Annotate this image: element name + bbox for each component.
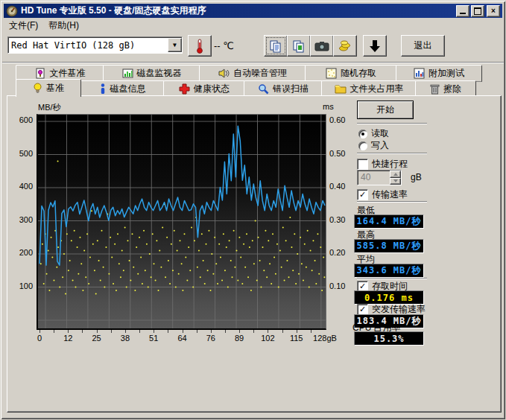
x-axis-tick (111, 330, 112, 333)
axis-tick-label: 0.20 (329, 248, 345, 257)
close-button[interactable]: × (487, 5, 500, 17)
axis-tick-label: 12 (63, 334, 72, 343)
chevron-down-icon[interactable]: ▼ (168, 38, 182, 52)
x-axis-tick (183, 330, 183, 333)
minimize-button[interactable] (456, 5, 469, 17)
tab-aam[interactable]: 自动噪音管理 (199, 65, 306, 82)
x-axis-tick (225, 330, 226, 333)
health-cross-icon (179, 83, 190, 95)
menu-file[interactable]: 文件(F) (4, 18, 43, 34)
tab-erase[interactable]: 擦除 (415, 80, 476, 97)
min-value: 164.4 MB/秒 (356, 215, 421, 228)
x-axis-tick (82, 330, 83, 333)
transfer-rate-row[interactable]: ✓ 传输速率 (357, 188, 408, 201)
axis-tick-label: 76 (206, 334, 215, 343)
stepper-down-icon[interactable] (390, 178, 401, 185)
tab-label: 文件基准 (50, 67, 86, 80)
tab-label: 擦除 (443, 83, 461, 95)
axis-tick-label: 89 (235, 334, 244, 343)
file-benchmark-icon (35, 68, 46, 79)
tab-disk-monitor[interactable]: 磁盘监视器 (103, 65, 200, 82)
app-window: HD Tune 专业版 5.50 - 硬盘/固态硬盘实用程序 × 文件(F) 帮… (0, 0, 506, 420)
x-axis-tick (39, 330, 40, 333)
quick-stroke-checkbox[interactable] (357, 159, 368, 170)
x-axis-tick (211, 330, 212, 333)
axis-tick-label: 0 (37, 334, 42, 343)
write-radio[interactable] (358, 141, 367, 150)
app-icon (6, 5, 18, 17)
read-radio[interactable] (358, 130, 367, 139)
x-axis-tick (311, 330, 311, 333)
read-radio-row[interactable]: 读取 (358, 127, 389, 140)
read-label: 读取 (371, 127, 389, 140)
transfer-rate-checkbox[interactable]: ✓ (357, 189, 368, 200)
capacity-stepper[interactable]: 40 (357, 170, 402, 185)
x-axis-tick (282, 330, 283, 333)
drive-select-value: Red Hat VirtIO (128 gB) (8, 40, 168, 51)
title-bar[interactable]: HD Tune 专业版 5.50 - 硬盘/固态硬盘实用程序 × (4, 4, 502, 18)
menu-help[interactable]: 帮助(H) (43, 18, 84, 34)
x-axis-tick (239, 330, 240, 333)
x-axis-tick (168, 330, 168, 333)
quick-stroke-row[interactable]: 快捷行程 (357, 158, 408, 171)
maximize-button[interactable] (471, 5, 484, 17)
transfer-rate-label: 传输速率 (372, 188, 408, 201)
start-label: 开始 (376, 104, 394, 116)
screenshot-button[interactable] (310, 35, 334, 57)
stepper-up-icon[interactable] (390, 171, 401, 178)
axis-tick-label: 25 (92, 334, 101, 343)
temperature-readout: -- ℃ (214, 40, 234, 51)
aam-speaker-icon (218, 68, 230, 79)
max-value: 585.8 MB/秒 (356, 240, 421, 252)
tab-benchmark[interactable]: 基准 (16, 79, 81, 97)
start-button[interactable]: 开始 (357, 101, 414, 119)
avg-value-display: 343.6 MB/秒 (354, 264, 424, 278)
x-axis-tick (125, 330, 126, 333)
exit-button[interactable]: 退出 (401, 35, 445, 57)
tab-label: 基准 (46, 82, 64, 95)
avg-value: 343.6 MB/秒 (356, 264, 421, 277)
tab-label: 自动噪音管理 (233, 67, 287, 80)
separator (357, 201, 427, 203)
tab-health[interactable]: 健康状态 (163, 80, 245, 97)
right-axis-unit: ms (323, 102, 334, 111)
benchmark-chart-plot (37, 114, 326, 330)
copy-image-button[interactable] (287, 35, 311, 57)
benchmark-page: MB/秒 ms 开始 读取 写入 快捷行程 40 (7, 95, 502, 413)
burst-rate-checkbox[interactable]: ✓ (357, 304, 368, 315)
capacity-value: 40 (358, 171, 390, 185)
chart-canvas (38, 115, 326, 328)
tab-random-access[interactable]: 随机存取 (305, 65, 397, 82)
axis-tick-label: 0.10 (329, 281, 345, 290)
axis-tick-label: 0.40 (329, 182, 345, 191)
folder-usage-icon (335, 83, 347, 94)
tab-folder-usage[interactable]: 文件夹占用率 (321, 80, 417, 97)
x-axis-tick (154, 330, 154, 333)
write-radio-row[interactable]: 写入 (358, 139, 389, 152)
random-access-icon (326, 68, 337, 79)
tab-error-scan[interactable]: 错误扫描 (244, 80, 323, 97)
x-axis-tick (97, 330, 98, 333)
exit-label: 退出 (414, 39, 432, 52)
axis-tick-label: 64 (177, 334, 186, 343)
window-title: HD Tune 专业版 5.50 - 硬盘/固态硬盘实用程序 (21, 4, 206, 17)
minimize-icon (460, 13, 466, 14)
x-axis-tick (297, 330, 297, 333)
thermometer-icon (196, 39, 203, 54)
drive-select[interactable]: Red Hat VirtIO (128 gB) ▼ (7, 36, 183, 54)
copy-report-icon (269, 39, 282, 53)
max-value-display: 585.8 MB/秒 (354, 239, 424, 253)
access-time-value: 0.176 ms (364, 293, 414, 303)
tab-extra-tests[interactable]: 附加测试 (396, 65, 482, 82)
copy-text-button[interactable] (264, 35, 288, 57)
tab-disk-info[interactable]: 磁盘信息 (80, 80, 165, 97)
axis-tick-label: 500 (12, 149, 33, 158)
axis-tick-label: 115 (290, 334, 303, 343)
erase-trash-icon (430, 83, 440, 95)
save-results-button[interactable] (363, 35, 387, 57)
temperature-button[interactable] (188, 35, 212, 57)
donate-button[interactable] (333, 35, 357, 57)
separator (357, 123, 427, 124)
copy-image-icon (292, 39, 306, 53)
x-axis-tick (268, 330, 268, 333)
